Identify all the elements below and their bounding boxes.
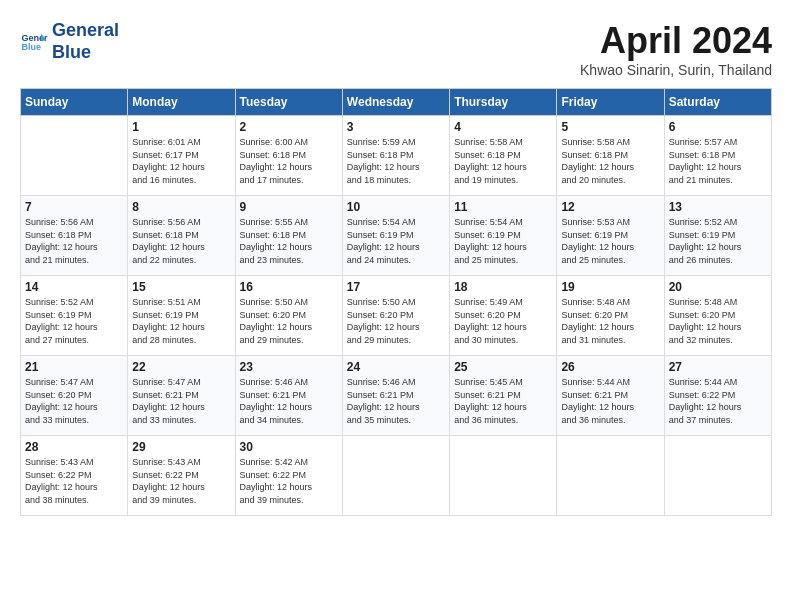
week-row-5: 28Sunrise: 5:43 AMSunset: 6:22 PMDayligh… bbox=[21, 436, 772, 516]
calendar-table: SundayMondayTuesdayWednesdayThursdayFrid… bbox=[20, 88, 772, 516]
svg-text:Blue: Blue bbox=[21, 42, 41, 52]
title-block: April 2024 Khwao Sinarin, Surin, Thailan… bbox=[580, 20, 772, 78]
logo-icon: General Blue bbox=[20, 28, 48, 56]
day-detail: Sunrise: 5:43 AMSunset: 6:22 PMDaylight:… bbox=[25, 456, 123, 506]
day-detail: Sunrise: 5:47 AMSunset: 6:21 PMDaylight:… bbox=[132, 376, 230, 426]
day-cell: 5Sunrise: 5:58 AMSunset: 6:18 PMDaylight… bbox=[557, 116, 664, 196]
day-number: 2 bbox=[240, 120, 338, 134]
day-cell: 24Sunrise: 5:46 AMSunset: 6:21 PMDayligh… bbox=[342, 356, 449, 436]
day-detail: Sunrise: 5:55 AMSunset: 6:18 PMDaylight:… bbox=[240, 216, 338, 266]
day-detail: Sunrise: 5:54 AMSunset: 6:19 PMDaylight:… bbox=[347, 216, 445, 266]
day-number: 20 bbox=[669, 280, 767, 294]
day-detail: Sunrise: 5:51 AMSunset: 6:19 PMDaylight:… bbox=[132, 296, 230, 346]
day-detail: Sunrise: 5:45 AMSunset: 6:21 PMDaylight:… bbox=[454, 376, 552, 426]
day-number: 22 bbox=[132, 360, 230, 374]
day-cell: 6Sunrise: 5:57 AMSunset: 6:18 PMDaylight… bbox=[664, 116, 771, 196]
day-detail: Sunrise: 5:48 AMSunset: 6:20 PMDaylight:… bbox=[561, 296, 659, 346]
day-number: 24 bbox=[347, 360, 445, 374]
day-number: 15 bbox=[132, 280, 230, 294]
day-number: 30 bbox=[240, 440, 338, 454]
day-detail: Sunrise: 5:58 AMSunset: 6:18 PMDaylight:… bbox=[561, 136, 659, 186]
day-cell bbox=[342, 436, 449, 516]
header-cell-tuesday: Tuesday bbox=[235, 89, 342, 116]
day-detail: Sunrise: 5:57 AMSunset: 6:18 PMDaylight:… bbox=[669, 136, 767, 186]
logo-line1: General bbox=[52, 20, 119, 42]
day-detail: Sunrise: 5:43 AMSunset: 6:22 PMDaylight:… bbox=[132, 456, 230, 506]
day-detail: Sunrise: 5:42 AMSunset: 6:22 PMDaylight:… bbox=[240, 456, 338, 506]
day-cell bbox=[450, 436, 557, 516]
day-number: 1 bbox=[132, 120, 230, 134]
day-number: 14 bbox=[25, 280, 123, 294]
header-cell-saturday: Saturday bbox=[664, 89, 771, 116]
day-number: 8 bbox=[132, 200, 230, 214]
day-detail: Sunrise: 5:44 AMSunset: 6:22 PMDaylight:… bbox=[669, 376, 767, 426]
day-cell: 14Sunrise: 5:52 AMSunset: 6:19 PMDayligh… bbox=[21, 276, 128, 356]
day-cell: 3Sunrise: 5:59 AMSunset: 6:18 PMDaylight… bbox=[342, 116, 449, 196]
day-number: 12 bbox=[561, 200, 659, 214]
day-detail: Sunrise: 5:50 AMSunset: 6:20 PMDaylight:… bbox=[240, 296, 338, 346]
day-number: 6 bbox=[669, 120, 767, 134]
day-detail: Sunrise: 5:56 AMSunset: 6:18 PMDaylight:… bbox=[25, 216, 123, 266]
day-detail: Sunrise: 5:46 AMSunset: 6:21 PMDaylight:… bbox=[347, 376, 445, 426]
month-title: April 2024 bbox=[580, 20, 772, 62]
location-subtitle: Khwao Sinarin, Surin, Thailand bbox=[580, 62, 772, 78]
day-number: 29 bbox=[132, 440, 230, 454]
day-cell: 18Sunrise: 5:49 AMSunset: 6:20 PMDayligh… bbox=[450, 276, 557, 356]
day-cell: 4Sunrise: 5:58 AMSunset: 6:18 PMDaylight… bbox=[450, 116, 557, 196]
day-detail: Sunrise: 5:53 AMSunset: 6:19 PMDaylight:… bbox=[561, 216, 659, 266]
week-row-1: 1Sunrise: 6:01 AMSunset: 6:17 PMDaylight… bbox=[21, 116, 772, 196]
day-detail: Sunrise: 5:46 AMSunset: 6:21 PMDaylight:… bbox=[240, 376, 338, 426]
day-number: 10 bbox=[347, 200, 445, 214]
day-cell: 8Sunrise: 5:56 AMSunset: 6:18 PMDaylight… bbox=[128, 196, 235, 276]
header-cell-thursday: Thursday bbox=[450, 89, 557, 116]
logo: General Blue General Blue bbox=[20, 20, 119, 63]
day-number: 13 bbox=[669, 200, 767, 214]
calendar-header: SundayMondayTuesdayWednesdayThursdayFrid… bbox=[21, 89, 772, 116]
day-cell: 28Sunrise: 5:43 AMSunset: 6:22 PMDayligh… bbox=[21, 436, 128, 516]
day-cell bbox=[557, 436, 664, 516]
day-number: 5 bbox=[561, 120, 659, 134]
day-number: 3 bbox=[347, 120, 445, 134]
logo-line2: Blue bbox=[52, 42, 119, 64]
header-cell-friday: Friday bbox=[557, 89, 664, 116]
header-cell-wednesday: Wednesday bbox=[342, 89, 449, 116]
day-detail: Sunrise: 5:48 AMSunset: 6:20 PMDaylight:… bbox=[669, 296, 767, 346]
week-row-2: 7Sunrise: 5:56 AMSunset: 6:18 PMDaylight… bbox=[21, 196, 772, 276]
day-cell: 23Sunrise: 5:46 AMSunset: 6:21 PMDayligh… bbox=[235, 356, 342, 436]
day-cell: 22Sunrise: 5:47 AMSunset: 6:21 PMDayligh… bbox=[128, 356, 235, 436]
day-number: 7 bbox=[25, 200, 123, 214]
day-detail: Sunrise: 5:58 AMSunset: 6:18 PMDaylight:… bbox=[454, 136, 552, 186]
day-cell: 29Sunrise: 5:43 AMSunset: 6:22 PMDayligh… bbox=[128, 436, 235, 516]
day-detail: Sunrise: 6:01 AMSunset: 6:17 PMDaylight:… bbox=[132, 136, 230, 186]
day-number: 28 bbox=[25, 440, 123, 454]
day-detail: Sunrise: 5:56 AMSunset: 6:18 PMDaylight:… bbox=[132, 216, 230, 266]
day-cell: 26Sunrise: 5:44 AMSunset: 6:21 PMDayligh… bbox=[557, 356, 664, 436]
day-number: 23 bbox=[240, 360, 338, 374]
day-cell: 15Sunrise: 5:51 AMSunset: 6:19 PMDayligh… bbox=[128, 276, 235, 356]
day-number: 26 bbox=[561, 360, 659, 374]
day-cell bbox=[21, 116, 128, 196]
day-cell: 9Sunrise: 5:55 AMSunset: 6:18 PMDaylight… bbox=[235, 196, 342, 276]
day-detail: Sunrise: 5:52 AMSunset: 6:19 PMDaylight:… bbox=[669, 216, 767, 266]
day-cell bbox=[664, 436, 771, 516]
day-cell: 19Sunrise: 5:48 AMSunset: 6:20 PMDayligh… bbox=[557, 276, 664, 356]
day-number: 16 bbox=[240, 280, 338, 294]
day-cell: 7Sunrise: 5:56 AMSunset: 6:18 PMDaylight… bbox=[21, 196, 128, 276]
day-cell: 27Sunrise: 5:44 AMSunset: 6:22 PMDayligh… bbox=[664, 356, 771, 436]
header-cell-monday: Monday bbox=[128, 89, 235, 116]
day-cell: 17Sunrise: 5:50 AMSunset: 6:20 PMDayligh… bbox=[342, 276, 449, 356]
day-cell: 25Sunrise: 5:45 AMSunset: 6:21 PMDayligh… bbox=[450, 356, 557, 436]
day-number: 19 bbox=[561, 280, 659, 294]
day-cell: 13Sunrise: 5:52 AMSunset: 6:19 PMDayligh… bbox=[664, 196, 771, 276]
day-detail: Sunrise: 6:00 AMSunset: 6:18 PMDaylight:… bbox=[240, 136, 338, 186]
day-detail: Sunrise: 5:50 AMSunset: 6:20 PMDaylight:… bbox=[347, 296, 445, 346]
day-cell: 16Sunrise: 5:50 AMSunset: 6:20 PMDayligh… bbox=[235, 276, 342, 356]
day-detail: Sunrise: 5:47 AMSunset: 6:20 PMDaylight:… bbox=[25, 376, 123, 426]
day-cell: 10Sunrise: 5:54 AMSunset: 6:19 PMDayligh… bbox=[342, 196, 449, 276]
day-cell: 11Sunrise: 5:54 AMSunset: 6:19 PMDayligh… bbox=[450, 196, 557, 276]
day-detail: Sunrise: 5:54 AMSunset: 6:19 PMDaylight:… bbox=[454, 216, 552, 266]
day-detail: Sunrise: 5:49 AMSunset: 6:20 PMDaylight:… bbox=[454, 296, 552, 346]
week-row-3: 14Sunrise: 5:52 AMSunset: 6:19 PMDayligh… bbox=[21, 276, 772, 356]
calendar-body: 1Sunrise: 6:01 AMSunset: 6:17 PMDaylight… bbox=[21, 116, 772, 516]
day-cell: 2Sunrise: 6:00 AMSunset: 6:18 PMDaylight… bbox=[235, 116, 342, 196]
